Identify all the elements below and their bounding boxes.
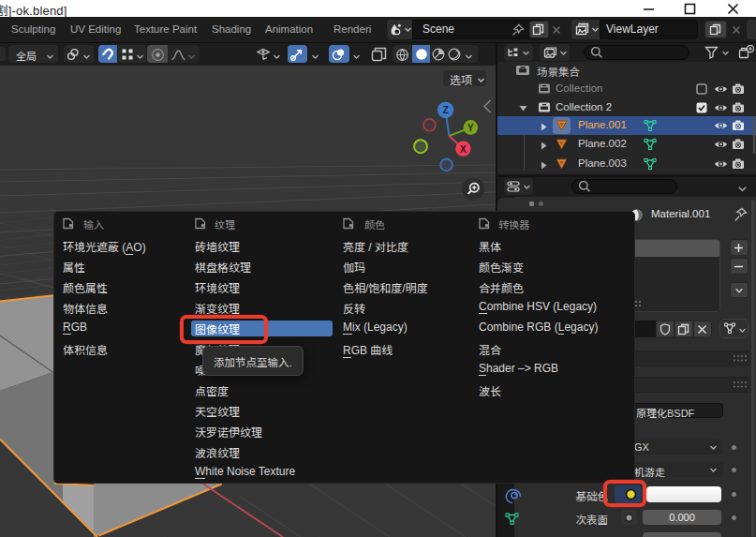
svg-text:X: X: [460, 144, 467, 155]
svg-text:Z: Z: [442, 104, 449, 115]
svg-text:Y: Y: [467, 123, 474, 133]
